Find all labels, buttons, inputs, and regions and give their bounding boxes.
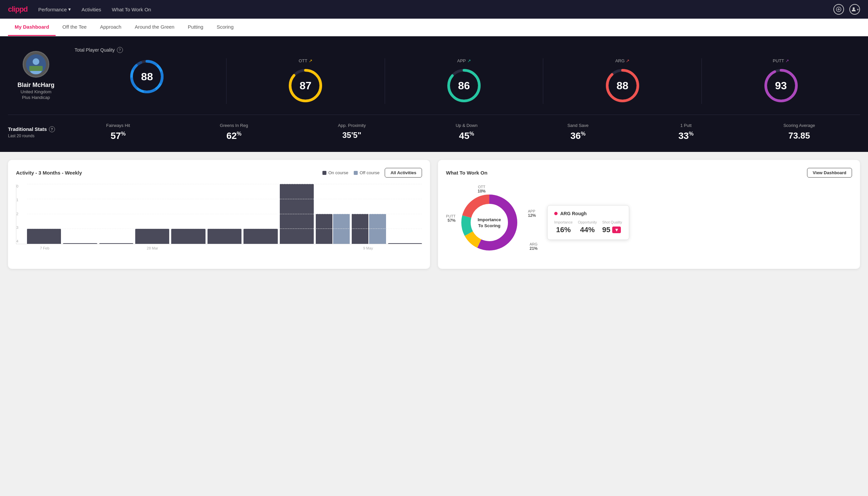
trad-stats-subtitle: Last 20 rounds	[8, 134, 61, 138]
player-info: Blair McHarg United Kingdom Plus Handica…	[8, 51, 75, 100]
score-circle-putt: 93	[763, 67, 800, 104]
logo: clippd	[8, 5, 28, 14]
donut-label-arg: ARG 21%	[530, 242, 538, 251]
stat-scoring-average: Scoring Average 73.85	[784, 123, 815, 141]
player-name: Blair McHarg	[17, 82, 54, 89]
grid-line-4	[27, 184, 422, 184]
donut-svg: Importance To Scoring	[456, 189, 523, 256]
user-menu-button[interactable]: ▾	[849, 4, 860, 15]
wtwo-title: What To Work On	[446, 170, 807, 175]
bottom-section: Activity - 3 Months - Weekly On course O…	[0, 152, 868, 277]
scores-row: 88 OTT ↗ 87	[75, 58, 860, 104]
nav-performance[interactable]: Performance ▾	[38, 6, 71, 12]
legend-off-course: Off course	[354, 170, 380, 175]
wtwo-content: Importance To Scoring PUTT 57% OTT 10% A…	[446, 184, 852, 261]
trad-stats-title: Traditional Stats ?	[8, 126, 61, 132]
add-button[interactable]	[833, 4, 844, 15]
donut-wrapper: Importance To Scoring PUTT 57% OTT 10% A…	[446, 184, 539, 261]
avatar	[23, 51, 49, 78]
x-labels: 7 Feb 28 Mar 9 May	[16, 246, 422, 250]
score-total: 88	[75, 58, 226, 104]
wtwo-tooltip-card: ARG Rough Importance 16% Opportunity 44%…	[547, 205, 629, 240]
score-label-app: APP ↗	[457, 58, 471, 63]
score-arg: ARG ↗ 88	[543, 58, 702, 104]
legend-on-course-dot	[322, 171, 327, 175]
legend-on-course: On course	[322, 170, 348, 175]
nav-right: ▾	[833, 4, 860, 15]
total-label: Total Player Quality ?	[75, 47, 860, 53]
y-labels: 4 3 2 1 0	[16, 184, 18, 244]
x-label-0: 7 Feb	[27, 246, 63, 250]
nav-activities[interactable]: Activities	[82, 7, 101, 12]
score-circle-app: 86	[446, 67, 482, 104]
hero-section: Blair McHarg United Kingdom Plus Handica…	[0, 36, 868, 152]
x-label-28mar: 28 Mar	[135, 246, 171, 250]
score-circle-arg: 88	[604, 67, 641, 104]
score-label-putt: PUTT ↗	[773, 58, 789, 63]
svg-rect-5	[29, 66, 43, 71]
activity-chart-card: Activity - 3 Months - Weekly On course O…	[8, 160, 430, 269]
svg-point-3	[33, 58, 39, 65]
chart-title: Activity - 3 Months - Weekly	[16, 170, 317, 175]
scores-section: Total Player Quality ? 88	[75, 47, 860, 104]
tooltip-metrics: Importance 16% Opportunity 44% Shot Qual…	[554, 220, 622, 234]
tab-scoring[interactable]: Scoring	[210, 19, 240, 36]
what-to-work-on-card: What To Work On View Dashboard	[438, 160, 860, 269]
top-nav: clippd Performance ▾ Activities What To …	[0, 0, 868, 19]
chart-legend: On course Off course	[322, 170, 380, 175]
legend-off-course-dot	[354, 171, 358, 175]
donut-label-app: APP 12%	[528, 209, 536, 218]
svg-text:To Scoring: To Scoring	[478, 223, 501, 228]
total-quality-info-icon[interactable]: ?	[117, 47, 123, 53]
all-activities-button[interactable]: All Activities	[385, 168, 422, 177]
player-country: United Kingdom	[21, 89, 52, 94]
tooltip-metric-importance: Importance 16%	[554, 220, 572, 234]
score-label-ott: OTT ↗	[299, 58, 312, 63]
grid-line-3	[27, 199, 422, 199]
score-putt: PUTT ↗ 93	[702, 58, 860, 104]
tab-bar: My Dashboard Off the Tee Approach Around…	[0, 19, 868, 36]
grid-line-2	[27, 214, 422, 214]
score-value-ott: 87	[299, 80, 312, 92]
grid-lines	[27, 184, 422, 244]
score-circle-total: 88	[129, 58, 165, 95]
player-scores-row: Blair McHarg United Kingdom Plus Handica…	[8, 47, 860, 104]
player-handicap: Plus Handicap	[22, 95, 50, 100]
stat-greens-in-reg: Greens In Reg 62%	[220, 123, 248, 141]
bar-chart-inner: 4 3 2 1 0	[16, 184, 422, 244]
svg-point-1	[853, 7, 855, 9]
tooltip-metric-opportunity: Opportunity 44%	[578, 220, 597, 234]
tab-putting[interactable]: Putting	[181, 19, 210, 36]
score-value-arg: 88	[617, 80, 629, 92]
svg-text:Importance: Importance	[478, 217, 501, 222]
score-value-putt: 93	[775, 80, 787, 92]
grid-line-1	[27, 229, 422, 229]
stat-items: Fairways Hit 57% Greens In Reg 62% App. …	[61, 123, 860, 141]
x-label-9may: 9 May	[350, 246, 386, 250]
shot-quality-badge: ▼	[612, 227, 621, 233]
nav-what-to-work-on[interactable]: What To Work On	[112, 7, 151, 12]
tab-off-the-tee[interactable]: Off the Tee	[56, 19, 93, 36]
traditional-stats: Traditional Stats ? Last 20 rounds Fairw…	[8, 114, 860, 141]
tab-around-the-green[interactable]: Around the Green	[128, 19, 181, 36]
score-circle-ott: 87	[287, 67, 324, 104]
score-ott: OTT ↗ 87	[226, 58, 385, 104]
bar-chart: 4 3 2 1 0	[16, 184, 422, 251]
wtwo-header: What To Work On View Dashboard	[446, 168, 852, 177]
tab-my-dashboard[interactable]: My Dashboard	[8, 19, 56, 36]
chart-header: Activity - 3 Months - Weekly On course O…	[16, 168, 422, 177]
stat-fairways-hit: Fairways Hit 57%	[106, 123, 130, 141]
stat-app-proximity: App. Proximity 35'5"	[338, 123, 366, 141]
trad-stats-info-icon[interactable]: ?	[49, 126, 55, 132]
stat-up-down: Up & Down 45%	[456, 123, 478, 141]
tab-approach[interactable]: Approach	[93, 19, 128, 36]
stat-1putt: 1 Putt 33%	[678, 123, 693, 141]
tooltip-metric-shot-quality: Shot Quality 95 ▼	[602, 220, 622, 234]
score-label-arg: ARG ↗	[615, 58, 630, 63]
score-value-app: 86	[458, 80, 470, 92]
donut-label-ott: OTT 10%	[478, 185, 486, 193]
score-value-total: 88	[141, 71, 153, 83]
view-dashboard-button[interactable]: View Dashboard	[807, 168, 852, 177]
stat-sand-save: Sand Save 36%	[567, 123, 588, 141]
donut-label-putt: PUTT 57%	[446, 214, 456, 223]
